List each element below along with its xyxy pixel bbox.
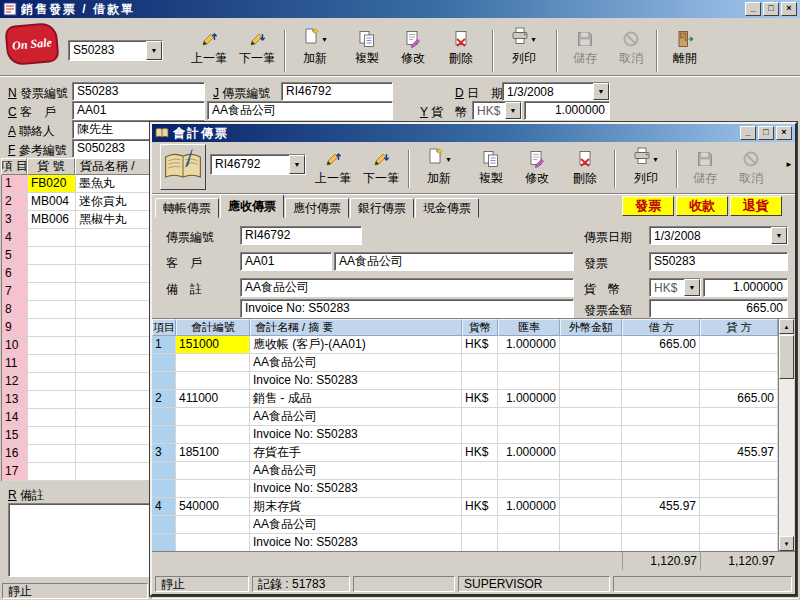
tab-payable-voucher[interactable]: 應付傳票 (285, 198, 349, 218)
scrollbar-thumb[interactable] (779, 335, 794, 379)
customer-label: 客 戶 (166, 255, 202, 272)
exit-button[interactable]: 離開 (662, 26, 708, 67)
table-row[interactable]: 1151000應收帳 (客戶)-(AA01)HK$1.000000665.00 (152, 336, 778, 354)
debit-cell: 455.97 (622, 498, 700, 516)
invoice-record-combobox[interactable]: S50283 ▼ (68, 40, 163, 61)
remarks-line1-field[interactable]: AA食品公司 (240, 278, 574, 297)
return-doc-button[interactable]: 退貨 (730, 196, 782, 216)
edit-button[interactable]: 修改 (390, 26, 436, 67)
cancel-button: 取消 (728, 146, 774, 187)
voucher-no-field[interactable]: RI46792 (240, 226, 362, 245)
close-icon[interactable]: × (781, 2, 797, 16)
voucher-no-label: J 傳票編號 (213, 85, 270, 102)
currency-cell (462, 408, 498, 426)
tab-transfer-voucher[interactable]: 轉帳傳票 (155, 198, 219, 218)
prev-record-button[interactable]: 上一筆 (186, 26, 232, 67)
invoice-no-field[interactable]: S50283 (649, 252, 788, 271)
dropdown-arrow-icon[interactable]: ▼ (771, 227, 787, 244)
scroll-down-icon[interactable]: ▼ (779, 536, 794, 551)
voucher-record-combobox[interactable]: RI46792 ▼ (210, 154, 306, 175)
dropdown-arrow-icon[interactable]: ▼ (289, 155, 305, 174)
exchange-rate-field[interactable]: 1.000000 (524, 101, 610, 120)
description-cell: Invoice No: S50283 (250, 480, 462, 498)
tab-bank-voucher[interactable]: 銀行傳票 (350, 198, 414, 218)
account-code-cell (176, 462, 250, 480)
print-button[interactable]: ▼ 列印 (498, 26, 550, 67)
copy-button[interactable]: 複製 (344, 26, 390, 67)
rate-cell: 1.000000 (498, 498, 560, 516)
dropdown-arrow-icon[interactable]: ▼ (505, 102, 521, 119)
prev-record-button[interactable]: 上一筆 (310, 146, 356, 187)
item-number-cell: 3 (2, 211, 28, 229)
maximize-icon[interactable]: □ (763, 2, 779, 16)
customer-code-field[interactable]: AA01 (72, 101, 205, 120)
tab-cash-voucher[interactable]: 現金傳票 (415, 198, 479, 218)
toolbar-overflow-icon[interactable]: ► (785, 160, 793, 169)
customer-code-field[interactable]: AA01 (240, 252, 332, 271)
dropdown-arrow-icon[interactable]: ▼ (652, 152, 659, 168)
table-row[interactable]: Invoice No: S50283 (152, 534, 778, 552)
table-row[interactable]: 4540000期末存貨HK$1.000000455.97 (152, 498, 778, 516)
credit-cell (700, 462, 778, 480)
copy-button[interactable]: 複製 (468, 146, 514, 187)
exchange-rate-field[interactable]: 1.000000 (703, 278, 788, 297)
scroll-up-icon[interactable]: ▲ (779, 319, 794, 334)
table-row[interactable]: Invoice No: S50283 (152, 426, 778, 444)
total-debit: 1,120.97 (622, 552, 700, 570)
print-button[interactable]: ▼ 列印 (620, 146, 672, 187)
invoice-no-field[interactable]: S50283 (72, 82, 205, 101)
dropdown-arrow-icon[interactable]: ▼ (321, 32, 328, 48)
invoice-doc-button[interactable]: 發票 (622, 196, 674, 216)
table-row[interactable]: AA食品公司 (152, 408, 778, 426)
foreign-amount-cell (560, 372, 622, 390)
dropdown-arrow-icon[interactable]: ▼ (146, 41, 162, 60)
remarks-line2-field[interactable]: Invoice No: S50283 (240, 299, 574, 318)
dropdown-arrow-icon[interactable]: ▼ (684, 279, 700, 296)
account-code-cell (176, 516, 250, 534)
table-row[interactable]: AA食品公司 (152, 354, 778, 372)
minimize-icon[interactable]: _ (745, 2, 761, 16)
date-combobox[interactable]: 1/3/2008 ▼ (502, 82, 610, 101)
table-row[interactable]: 2411000銷售 - 成品HK$1.000000665.00 (152, 390, 778, 408)
debit-cell (622, 516, 700, 534)
table-row[interactable]: 3185100存貨在手HK$1.000000455.97 (152, 444, 778, 462)
rate-cell (498, 426, 560, 444)
invoice-amount-label: 發票金額 (584, 302, 632, 319)
delete-button[interactable]: 刪除 (436, 26, 486, 67)
vertical-scrollbar[interactable]: ▲ ▼ (778, 319, 794, 551)
voucher-grid-header: 項目 會計編號 會計名稱 / 摘 要 貨幣 匯率 外幣金額 借 方 貸 方 (152, 319, 778, 336)
voucher-no-field[interactable]: RI46792 (281, 82, 393, 101)
add-new-button[interactable]: ▼ 加新 (414, 146, 464, 187)
foreign-amount-cell (560, 462, 622, 480)
credit-cell: 665.00 (700, 390, 778, 408)
item-number-cell: 11 (2, 355, 28, 373)
receipt-doc-button[interactable]: 收款 (676, 196, 728, 216)
tab-receivable-voucher[interactable]: 應收傳票 (220, 194, 284, 218)
table-row[interactable]: Invoice No: S50283 (152, 480, 778, 498)
next-record-button[interactable]: 下一筆 (234, 26, 280, 67)
minimize-icon[interactable]: _ (740, 126, 756, 140)
table-row[interactable]: AA食品公司 (152, 462, 778, 480)
invoice-amount-field[interactable]: 665.00 (649, 299, 788, 318)
next-record-button[interactable]: 下一筆 (358, 146, 404, 187)
voucher-date-combobox[interactable]: 1/3/2008 ▼ (649, 226, 788, 245)
edit-button[interactable]: 修改 (514, 146, 560, 187)
table-row[interactable]: Invoice No: S50283 (152, 372, 778, 390)
customer-name-field[interactable]: AA食品公司 (207, 101, 393, 120)
add-new-button[interactable]: ▼ 加新 (290, 26, 340, 67)
button-label: 刪除 (573, 170, 597, 187)
currency-combobox[interactable]: HK$ ▼ (472, 101, 522, 120)
maximize-icon[interactable]: □ (758, 126, 774, 140)
ledger-book-icon (160, 144, 206, 190)
currency-combobox[interactable]: HK$ ▼ (649, 278, 701, 297)
dropdown-arrow-icon[interactable]: ▼ (593, 83, 609, 100)
dropdown-arrow-icon[interactable]: ▼ (530, 32, 537, 48)
dropdown-arrow-icon[interactable]: ▼ (445, 152, 452, 168)
voucher-titlebar[interactable]: 會計傳票 _ □ × (152, 124, 795, 142)
table-row[interactable]: AA食品公司 (152, 516, 778, 534)
customer-name-field[interactable]: AA食品公司 (334, 252, 574, 271)
delete-button[interactable]: 刪除 (560, 146, 610, 187)
close-icon[interactable]: × (776, 126, 792, 140)
foreign-amount-cell (560, 354, 622, 372)
rate-cell (498, 354, 560, 372)
